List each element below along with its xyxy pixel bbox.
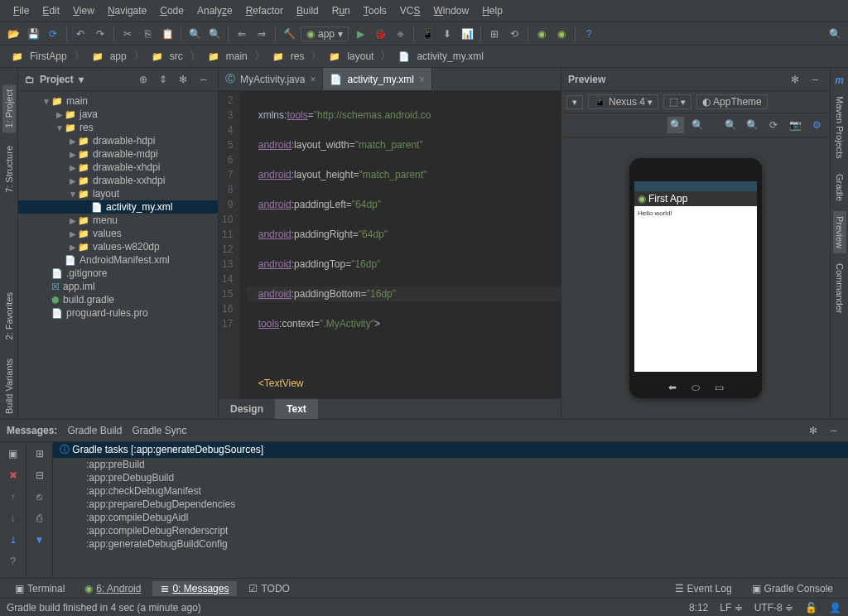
menu-refactor[interactable]: Refactor	[239, 2, 290, 19]
tab-text[interactable]: Text	[275, 399, 318, 419]
tab-gradle-console[interactable]: ▣Gradle Console	[744, 581, 841, 596]
msg-task[interactable]: :app:generateDebugBuildConfig	[53, 537, 848, 551]
tab-project[interactable]: 1: Project	[2, 84, 16, 132]
tab-terminal[interactable]: ▣Terminal	[7, 581, 73, 596]
tab-android[interactable]: ◉6: Android	[76, 581, 149, 596]
replace-icon[interactable]: 🔍	[206, 26, 223, 42]
msg-task[interactable]: :app:compileDebugAidl	[53, 511, 848, 524]
tree-drawable-xxhdpi[interactable]: ▶📁drawable-xxhdpi	[18, 174, 218, 187]
tab-commander[interactable]: Commander	[833, 258, 846, 319]
msg-task[interactable]: :app:preDebugBuild	[53, 471, 848, 484]
search-icon[interactable]: 🔍	[826, 26, 843, 42]
help-icon[interactable]: ?	[5, 553, 22, 570]
sdk-icon[interactable]: ⬇	[439, 26, 455, 42]
crumb-layout[interactable]: 📁layout	[324, 49, 378, 64]
msg-headline[interactable]: ⓘ Gradle tasks [:app:generateDebugSource…	[53, 442, 848, 458]
redo-icon[interactable]: ↷	[92, 26, 108, 42]
msg-tab-gradle-sync[interactable]: Gradle Sync	[132, 425, 186, 436]
forward-icon[interactable]: ⇒	[253, 26, 270, 42]
editor-tab-activity-my[interactable]: 📄activity_my.xml×	[323, 68, 431, 90]
tree-appiml[interactable]: ☒app.iml	[18, 280, 218, 293]
prev-icon[interactable]: ↑	[5, 488, 22, 505]
save-icon[interactable]: 💾	[25, 26, 41, 42]
help-icon[interactable]: ?	[581, 26, 597, 42]
msg-task[interactable]: :app:preBuild	[53, 458, 848, 471]
menu-navigate[interactable]: Navigate	[101, 2, 153, 19]
tree-java[interactable]: ▶📁java	[18, 108, 218, 121]
crumb-src[interactable]: 📁src	[147, 49, 188, 64]
device-selector[interactable]: ▾	[566, 95, 583, 109]
find-icon[interactable]: 🔍	[186, 26, 203, 42]
tab-structure[interactable]: 7: Structure	[2, 141, 16, 198]
msg-tab-gradle-build[interactable]: Gradle Build	[67, 425, 122, 436]
avd-icon[interactable]: 📱	[419, 26, 436, 42]
gear-icon[interactable]: ✻	[175, 71, 191, 88]
menu-analyze[interactable]: Analyze	[190, 2, 239, 19]
tree-drawable-xhdpi[interactable]: ▶📁drawable-xhdpi	[18, 161, 218, 174]
menu-file[interactable]: File	[7, 2, 36, 19]
gear-icon[interactable]: ✻	[787, 71, 803, 88]
tree-manifest[interactable]: 📄AndroidManifest.xml	[18, 253, 218, 267]
filter-icon[interactable]: ▼	[31, 532, 48, 548]
expand-icon[interactable]: ⊞	[31, 445, 48, 462]
structure-icon[interactable]: ⊞	[486, 26, 503, 42]
run-icon[interactable]: ▶	[352, 26, 369, 42]
theme-selector[interactable]: ◐AppTheme	[696, 94, 768, 109]
editor-tab-myactivity[interactable]: ⒸMyActivity.java×	[219, 68, 323, 90]
target-icon[interactable]: ⊕	[135, 71, 152, 88]
tree-values-w820dp[interactable]: ▶📁values-w820dp	[18, 240, 218, 253]
sync-icon[interactable]: ⟳	[45, 26, 61, 42]
tree-buildgradle[interactable]: ⬢build.gradle	[18, 293, 218, 306]
tree-layout[interactable]: ▼📁layout	[18, 187, 218, 200]
refresh-icon[interactable]: ⟳	[765, 117, 782, 133]
tree-gitignore[interactable]: 📄.gitignore	[18, 267, 218, 280]
camera-icon[interactable]: 📷	[787, 117, 803, 133]
crumb-main[interactable]: 📁main	[203, 49, 253, 64]
inspector-icon[interactable]: 👤	[829, 602, 841, 614]
tab-build-variants[interactable]: Build Variants	[2, 354, 16, 419]
msg-task[interactable]: :app:prepareDebugDependencies	[53, 498, 848, 511]
sync2-icon[interactable]: ⟲	[506, 26, 523, 42]
code-editor[interactable]: 234567891011121314151617 xmlns:tools="ht…	[219, 91, 561, 398]
messages-content[interactable]: ⓘ Gradle tasks [:app:generateDebugSource…	[53, 442, 848, 578]
menu-build[interactable]: Build	[290, 2, 325, 19]
tab-maven[interactable]: Maven Projects	[833, 91, 846, 164]
zoom-out-icon[interactable]: 🔍	[744, 117, 760, 133]
open-icon[interactable]: 📂	[5, 26, 22, 42]
project-tree[interactable]: ▼📁main ▶📁java ▼📁res ▶📁drawable-hdpi ▶📁dr…	[18, 91, 218, 419]
device-selector[interactable]: 📱Nexus 4▾	[588, 94, 658, 109]
tree-main[interactable]: ▼📁main	[18, 94, 218, 108]
zoom-fit-icon[interactable]: 🔍	[667, 117, 684, 133]
tab-todo[interactable]: ☑TODO	[240, 581, 297, 596]
code-content[interactable]: xmlns:tools="http://schemas.android.co a…	[240, 91, 561, 398]
tree-res[interactable]: ▼📁res	[18, 121, 218, 134]
close-icon[interactable]: ✖	[5, 467, 22, 484]
tab-design[interactable]: Design	[219, 399, 275, 419]
tree-menu[interactable]: ▶📁menu	[18, 214, 218, 227]
tree-drawable-hdpi[interactable]: ▶📁drawable-hdpi	[18, 134, 218, 147]
tree-activity-my[interactable]: 📄activity_my.xml	[18, 200, 218, 214]
crumb-app[interactable]: 📁app	[87, 49, 132, 64]
back-icon[interactable]: ⇐	[234, 26, 250, 42]
hide-icon[interactable]: ⎼	[825, 422, 841, 439]
menu-window[interactable]: Window	[426, 2, 475, 19]
close-icon[interactable]: ×	[310, 74, 316, 85]
next-icon[interactable]: ↓	[5, 510, 22, 527]
undo-icon[interactable]: ↶	[72, 26, 89, 42]
menu-run[interactable]: Run	[325, 2, 357, 19]
crumb-file[interactable]: 📄activity_my.xml	[393, 49, 488, 64]
collapse-icon[interactable]: ⇕	[155, 71, 171, 88]
cursor-position[interactable]: 8:12	[689, 602, 708, 614]
attach-icon[interactable]: ⎆	[392, 26, 408, 42]
tab-favorites[interactable]: 2: Favorites	[2, 287, 16, 344]
debug-icon[interactable]: 🐞	[372, 26, 388, 42]
stop-icon[interactable]: ▣	[5, 445, 22, 462]
msg-task[interactable]: :app:checkDebugManifest	[53, 484, 848, 498]
monitor-icon[interactable]: 📊	[459, 26, 475, 42]
menu-view[interactable]: View	[66, 2, 101, 19]
make-icon[interactable]: 🔨	[281, 26, 297, 42]
menu-code[interactable]: Code	[153, 2, 190, 19]
menu-vcs[interactable]: VCS	[393, 2, 427, 19]
menu-tools[interactable]: Tools	[357, 2, 393, 19]
menu-help[interactable]: Help	[475, 2, 509, 19]
